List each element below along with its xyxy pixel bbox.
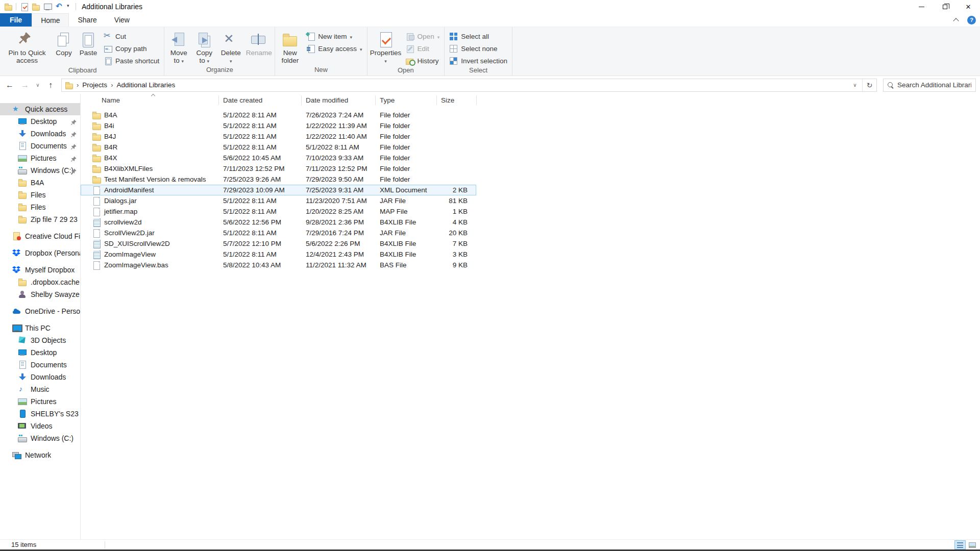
- easy-access-icon: [306, 44, 315, 53]
- sidebar-item-videos[interactable]: Videos: [0, 420, 80, 432]
- details-view-button[interactable]: [954, 540, 966, 549]
- column-header-date-created[interactable]: Date created: [219, 95, 302, 105]
- column-header-type[interactable]: Type: [376, 95, 437, 105]
- copy-button[interactable]: Copy: [52, 29, 76, 57]
- copy-to-button[interactable]: Copy to: [191, 29, 217, 65]
- rename-button[interactable]: Rename: [244, 29, 273, 57]
- sidebar-item-files[interactable]: Files: [0, 201, 80, 213]
- refresh-icon[interactable]: [862, 79, 876, 91]
- tab-file[interactable]: File: [0, 13, 32, 27]
- sidebar-item-3d-objects[interactable]: 3D Objects: [0, 334, 80, 346]
- file-name: B4XlibXMLFiles: [104, 165, 153, 172]
- sidebar-item-documents[interactable]: Documents: [0, 359, 80, 371]
- column-header-name[interactable]: Name: [81, 95, 219, 105]
- file-row[interactable]: ScrollView2D.jar 5/1/2022 8:11 AM 7/29/2…: [81, 228, 476, 238]
- address-bar[interactable]: Projects Additional Libraries: [61, 79, 877, 92]
- qat-preview-icon[interactable]: [43, 3, 52, 11]
- address-dropdown-icon[interactable]: [848, 79, 862, 91]
- recent-locations-caret-icon[interactable]: ∨: [34, 79, 42, 92]
- move-to-button[interactable]: Move to: [166, 29, 191, 65]
- sidebar-item-downloads[interactable]: Downloads: [0, 371, 80, 383]
- pin-to-quick-access-button[interactable]: Pin to Quick access: [3, 29, 52, 64]
- cut-button[interactable]: Cut: [101, 31, 162, 42]
- copy-path-button[interactable]: Copy path: [101, 43, 162, 54]
- file-date-created: 7/25/2023 9:26 AM: [219, 176, 302, 183]
- up-button[interactable]: ↑: [44, 79, 57, 92]
- file-type: B4XLIB File: [376, 251, 437, 258]
- column-header-size[interactable]: Size: [437, 95, 477, 105]
- forward-button[interactable]: →: [18, 79, 32, 92]
- new-item-button[interactable]: New item: [303, 31, 365, 42]
- sidebar-item-quick-access[interactable]: Quick access: [0, 103, 80, 115]
- collapse-ribbon-chevron-icon[interactable]: [952, 16, 960, 24]
- breadcrumb-projects[interactable]: Projects: [82, 81, 107, 89]
- sidebar-item-creative-cloud-files[interactable]: Creative Cloud Files: [0, 230, 80, 242]
- paste-shortcut-button[interactable]: Paste shortcut: [101, 55, 162, 66]
- sidebar-item-desktop[interactable]: Desktop: [0, 115, 80, 128]
- easy-access-button[interactable]: Easy access: [303, 43, 365, 54]
- sidebar-item-pictures[interactable]: Pictures: [0, 152, 80, 164]
- delete-button[interactable]: Delete: [217, 29, 244, 65]
- history-button[interactable]: History: [403, 55, 443, 66]
- invert-selection-button[interactable]: Invert selection: [446, 55, 510, 66]
- qat-properties-icon[interactable]: [20, 3, 28, 11]
- sidebar-item-network[interactable]: Network: [0, 449, 80, 461]
- select-all-button[interactable]: Select all: [446, 31, 510, 42]
- sidebar-item-shelby-swayze[interactable]: Shelby Swayze: [0, 288, 80, 300]
- sidebar-item-onedrive-personal[interactable]: OneDrive - Personal: [0, 305, 80, 317]
- help-icon[interactable]: [967, 16, 976, 24]
- sidebar-item-desktop[interactable]: Desktop: [0, 346, 80, 359]
- thumbnails-view-button[interactable]: [967, 540, 978, 549]
- back-button[interactable]: ←: [3, 79, 16, 92]
- file-row[interactable]: B4J 5/1/2022 8:11 AM 1/22/2022 11:40 AM …: [81, 131, 476, 142]
- sidebar-item-myself-dropbox[interactable]: Myself Dropbox: [0, 264, 80, 276]
- select-none-button[interactable]: Select none: [446, 43, 510, 54]
- tab-share[interactable]: Share: [69, 13, 105, 27]
- sidebar-item-music[interactable]: Music: [0, 383, 80, 395]
- file-row[interactable]: Dialogs.jar 5/1/2022 8:11 AM 11/23/2020 …: [81, 195, 476, 206]
- paste-button[interactable]: Paste: [76, 29, 101, 57]
- open-button[interactable]: Open: [403, 31, 443, 42]
- new-folder-button[interactable]: New folder: [277, 29, 303, 64]
- sidebar-item-this-pc[interactable]: This PC: [0, 322, 80, 334]
- sidebar-item-windows-c[interactable]: Windows (C:): [0, 164, 80, 177]
- file-row[interactable]: ZoomImageView 5/1/2022 8:11 AM 12/4/2021…: [81, 249, 476, 260]
- file-row[interactable]: B4i 5/1/2022 8:11 AM 1/22/2022 11:39 AM …: [81, 120, 476, 131]
- file-row[interactable]: ZoomImageView.bas 5/8/2022 10:43 AM 11/2…: [81, 260, 476, 270]
- sidebar-item-documents[interactable]: Documents: [0, 140, 80, 152]
- tab-view[interactable]: View: [106, 13, 138, 27]
- search-input[interactable]: [897, 81, 971, 89]
- qat-customize-caret-icon[interactable]: [67, 3, 72, 11]
- file-row[interactable]: SD_XUIScrollView2D 5/7/2022 12:10 PM 5/6…: [81, 238, 476, 249]
- tab-home[interactable]: Home: [32, 13, 69, 27]
- sidebar-item-pictures[interactable]: Pictures: [0, 395, 80, 408]
- restore-button[interactable]: [933, 0, 957, 13]
- file-row[interactable]: B4XlibXMLFiles 7/11/2023 12:52 PM 7/11/2…: [81, 163, 476, 174]
- sidebar-item-label: OneDrive - Personal: [25, 307, 80, 315]
- file-row[interactable]: B4R 5/1/2022 8:11 AM 5/1/2022 8:11 AM Fi…: [81, 142, 476, 153]
- file-row[interactable]: B4X 5/6/2022 10:45 AM 7/10/2023 9:33 AM …: [81, 153, 476, 163]
- qat-undo-icon[interactable]: [55, 3, 63, 11]
- sidebar-item-files[interactable]: Files: [0, 189, 80, 201]
- sidebar-item-shelby-s-s23[interactable]: SHELBY's S23: [0, 408, 80, 420]
- ribbon-group-new: New folder New item Easy access New: [275, 27, 367, 76]
- minimize-button[interactable]: [910, 0, 933, 13]
- file-row[interactable]: B4A 5/1/2022 8:11 AM 7/26/2023 7:24 AM F…: [81, 110, 476, 120]
- sidebar-item-dropbox-cache[interactable]: .dropbox.cache: [0, 276, 80, 288]
- sidebar-item-dropbox-personal[interactable]: Dropbox (Personal): [0, 247, 80, 259]
- properties-button[interactable]: Properties: [369, 29, 403, 65]
- edit-button[interactable]: Edit: [403, 43, 443, 54]
- sidebar-item-b4a[interactable]: B4A: [0, 177, 80, 189]
- file-row[interactable]: jetifier.map 5/1/2022 8:11 AM 1/20/2022 …: [81, 206, 476, 217]
- column-header-date-modified[interactable]: Date modified: [302, 95, 376, 105]
- qat-new-folder-icon[interactable]: [32, 3, 40, 11]
- file-date-modified: 7/25/2023 9:31 AM: [302, 186, 376, 194]
- file-row[interactable]: AndroidManifest 7/29/2023 10:09 AM 7/25/…: [81, 185, 476, 195]
- file-row[interactable]: scrollview2d 5/6/2022 12:56 PM 9/28/2021…: [81, 217, 476, 228]
- sidebar-item-downloads[interactable]: Downloads: [0, 128, 80, 140]
- file-row[interactable]: Test Manifest Version & removals 7/25/20…: [81, 174, 476, 185]
- sidebar-item-windows-c[interactable]: Windows (C:): [0, 432, 80, 444]
- sidebar-item-zip-file-7-29-23[interactable]: Zip file 7 29 23: [0, 213, 80, 226]
- breadcrumb-additional-libraries[interactable]: Additional Libraries: [116, 81, 175, 89]
- close-button[interactable]: [957, 0, 980, 13]
